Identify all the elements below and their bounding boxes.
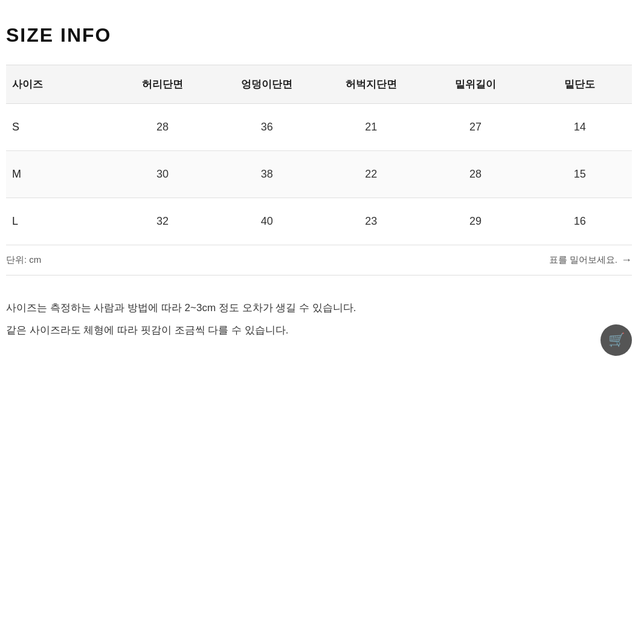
size-table-wrapper: 사이즈 허리단면 엉덩이단면 허벅지단면 밑위길이 밑단도 S283621271… — [6, 65, 632, 245]
cell-row2-col0: L — [6, 198, 111, 245]
cell-row1-col4: 28 — [423, 151, 528, 198]
cell-row2-col4: 29 — [423, 198, 528, 245]
cart-button[interactable]: 🛒 — [601, 324, 632, 356]
cell-row2-col5: 16 — [527, 198, 632, 245]
col-header-waist: 허리단면 — [111, 65, 215, 104]
cell-row0-col3: 21 — [319, 104, 423, 151]
cell-row2-col2: 40 — [214, 198, 319, 245]
col-header-hem: 밑단도 — [527, 65, 632, 104]
table-row: S2836212714 — [6, 104, 632, 151]
col-header-hip: 엉덩이단면 — [214, 65, 319, 104]
cell-row1-col1: 30 — [111, 151, 215, 198]
cell-row1-col3: 22 — [319, 151, 423, 198]
cell-row0-col0: S — [6, 104, 111, 151]
table-row: L3240232916 — [6, 198, 632, 245]
size-table: 사이즈 허리단면 엉덩이단면 허벅지단면 밑위길이 밑단도 S283621271… — [6, 65, 632, 245]
cell-row1-col2: 38 — [214, 151, 319, 198]
scroll-hint: 표를 밀어보세요. → — [549, 254, 632, 266]
cell-row1-col5: 15 — [527, 151, 632, 198]
note-2-container: 같은 사이즈라도 체형에 따라 핏감이 조금씩 다를 수 있습니다. 🛒 — [6, 322, 632, 356]
notes-section: 사이즈는 측정하는 사람과 방법에 따라 2~3cm 정도 오차가 생길 수 있… — [6, 294, 632, 356]
table-header-row: 사이즈 허리단면 엉덩이단면 허벅지단면 밑위길이 밑단도 — [6, 65, 632, 104]
cell-row2-col3: 23 — [319, 198, 423, 245]
col-header-rise: 밑위길이 — [423, 65, 528, 104]
cell-row2-col1: 32 — [111, 198, 215, 245]
note-2: 같은 사이즈라도 체형에 따라 핏감이 조금씩 다를 수 있습니다. — [6, 322, 289, 340]
table-footer: 단위: cm 표를 밀어보세요. → — [6, 245, 632, 275]
cell-row0-col1: 28 — [111, 104, 215, 151]
note-1: 사이즈는 측정하는 사람과 방법에 따라 2~3cm 정도 오차가 생길 수 있… — [6, 300, 632, 317]
scroll-hint-text: 표를 밀어보세요. — [549, 254, 617, 266]
arrow-right-icon: → — [621, 254, 632, 266]
table-row: M3038222815 — [6, 151, 632, 198]
col-header-thigh: 허벅지단면 — [319, 65, 423, 104]
section-title: SIZE INFO — [6, 24, 632, 47]
cart-icon: 🛒 — [608, 329, 625, 351]
col-header-size: 사이즈 — [6, 65, 111, 104]
unit-label: 단위: cm — [6, 254, 41, 266]
cell-row0-col4: 27 — [423, 104, 528, 151]
cell-row1-col0: M — [6, 151, 111, 198]
cell-row0-col2: 36 — [214, 104, 319, 151]
main-container: SIZE INFO 사이즈 허리단면 엉덩이단면 허벅지단면 밑위길이 밑단도 … — [0, 0, 644, 380]
cell-row0-col5: 14 — [527, 104, 632, 151]
